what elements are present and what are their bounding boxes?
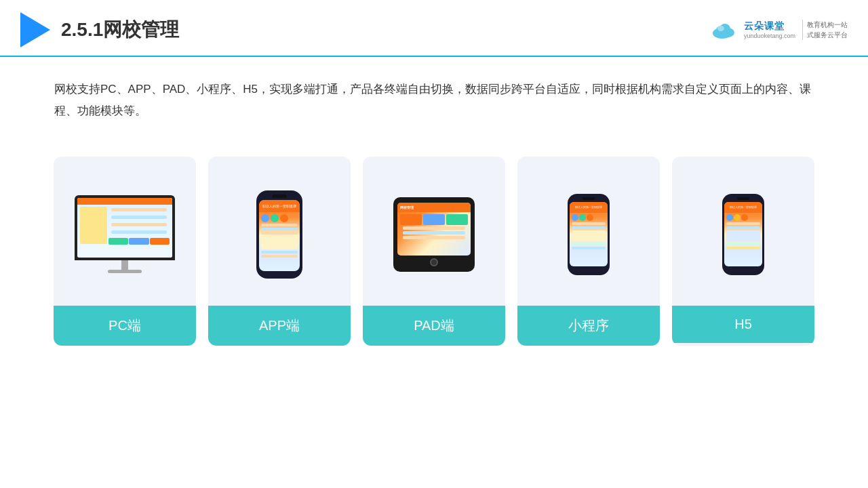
pad-label: PAD端 [363, 306, 505, 346]
brand-url: yunduoketang.com [744, 33, 795, 39]
brand-logo: 云朵课堂 yunduoketang.com 教育机构一站式服务云平台 [710, 20, 848, 40]
miniapp-image-area: 职达人的第一堂职提课 [517, 157, 660, 306]
card-app: 职达人的第一堂职提课 [208, 157, 351, 346]
brand-name: 云朵课堂 [744, 20, 785, 33]
pc-label: PC端 [54, 306, 196, 346]
brand-text: 云朵课堂 yunduoketang.com [744, 20, 795, 39]
phone-h5-device: 职达人的第一堂职提课 [722, 194, 764, 275]
tablet-device: 网校管理 [393, 197, 475, 272]
phone-miniapp-device: 职达人的第一堂职提课 [568, 194, 610, 275]
app-label: APP端 [208, 306, 351, 346]
header: 2.5.1网校管理 云朵课堂 yunduoketang.com 教育机构一站式服… [0, 0, 868, 57]
miniapp-label: 小程序 [517, 306, 660, 346]
description-text: 网校支持PC、APP、PAD、小程序、H5，实现多端打通，产品各终端自由切换，数… [0, 57, 868, 136]
device-cards-section: PC端 职达人的第一堂职提课 [0, 143, 868, 359]
brand-slogan: 教育机构一站式服务云平台 [802, 20, 848, 40]
app-image-area: 职达人的第一堂职提课 [208, 157, 351, 306]
h5-label: H5 [672, 306, 814, 343]
logo-triangle-icon [20, 12, 50, 47]
monitor-device [75, 195, 175, 273]
header-left: 2.5.1网校管理 [20, 12, 179, 47]
page-title: 2.5.1网校管理 [61, 17, 179, 43]
phone-app-device: 职达人的第一堂职提课 [256, 190, 302, 279]
card-h5: 职达人的第一堂职提课 [672, 157, 814, 346]
card-miniapp: 职达人的第一堂职提课 [517, 157, 660, 346]
svg-point-5 [717, 26, 724, 31]
cloud-icon [710, 20, 740, 40]
h5-image-area: 职达人的第一堂职提课 [672, 157, 814, 306]
card-pad: 网校管理 [363, 157, 505, 346]
description-paragraph: 网校支持PC、APP、PAD、小程序、H5，实现多端打通，产品各终端自由切换，数… [54, 79, 814, 123]
pc-image-area [54, 157, 196, 306]
card-pc: PC端 [54, 157, 196, 346]
pad-image-area: 网校管理 [363, 157, 505, 306]
